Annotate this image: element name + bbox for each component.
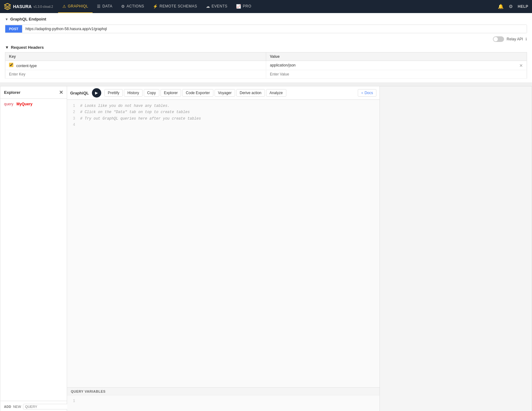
graphiql-nav-icon: ⚠ [62, 4, 66, 9]
editor-line-3: 3 # Try out GraphQL queries here after y… [70, 116, 376, 122]
request-headers-label: Request Headers [11, 45, 44, 50]
new-query-input[interactable] [23, 404, 70, 409]
graphiql-toolbar: GraphiQL ▶ Prettify History Copy Explore… [67, 86, 380, 100]
endpoint-chevron-icon: ▼ [5, 17, 8, 21]
editor-line-1: 1 # Looks like you do not have any table… [70, 103, 376, 109]
key-column-header: Key [5, 53, 266, 61]
explorer-header: Explorer ✕ [0, 86, 67, 99]
explorer-close-button[interactable]: ✕ [59, 89, 63, 95]
header-delete-icon[interactable]: ✕ [519, 63, 523, 68]
top-nav: HASURA v1.3.0-cloud.2 ⚠ GRAPHIQL ☰ DATA … [0, 0, 532, 13]
header-value-text: application/json [270, 63, 296, 67]
endpoint-section-title: GraphQL Endpoint [10, 17, 46, 21]
query-variables-header[interactable]: QUERY VARIABLES [67, 388, 380, 395]
endpoint-method: POST [5, 25, 22, 33]
nav-item-actions[interactable]: ⚙ ACTIONS [117, 0, 148, 13]
headers-chevron-icon: ▼ [5, 45, 9, 50]
add-label: ADD [4, 405, 11, 409]
explorer-body: query MyQuery [0, 99, 67, 401]
voyager-button[interactable]: Voyager [215, 89, 235, 97]
explorer-button[interactable]: Explorer [161, 89, 181, 97]
toggle-knob [493, 37, 498, 41]
app-version: v1.3.0-cloud.2 [34, 5, 53, 8]
line-number: 4 [70, 122, 75, 128]
relay-row: Relay API ℹ [5, 36, 527, 42]
graphiql-main: GraphiQL ▶ Prettify History Copy Explore… [67, 86, 380, 411]
settings-icon[interactable]: ⚙ [509, 4, 513, 9]
prettify-button[interactable]: Prettify [104, 89, 123, 97]
explorer-title: Explorer [4, 90, 20, 95]
query-editor[interactable]: 1 # Looks like you do not have any table… [67, 100, 380, 387]
headers-table-header-row: Key Value [5, 53, 527, 61]
editor-line-4: 4 [70, 122, 376, 128]
table-row: content-type application/json ✕ [5, 61, 527, 70]
query-name[interactable]: MyQuery [16, 102, 32, 106]
header-key-value: content-type [16, 64, 37, 68]
relay-label: Relay API [507, 37, 523, 41]
editor-line-2: 2 # Click on the "Data" tab on top to cr… [70, 109, 376, 115]
endpoint-row: POST https://adapting-python-58.hasura.a… [5, 25, 527, 33]
graphiql-container: Explorer ✕ query MyQuery ADD NEW ◀ + Gra… [0, 86, 532, 411]
explorer-panel: Explorer ✕ query MyQuery ADD NEW ◀ + [0, 86, 67, 411]
derive-action-button[interactable]: Derive action [236, 89, 265, 97]
key-cell: content-type [5, 61, 266, 70]
app-name: HASURA [13, 4, 32, 9]
nav-item-graphiql[interactable]: ⚠ GRAPHIQL [58, 0, 93, 13]
line-content: # Try out GraphQL queries here after you… [80, 116, 201, 122]
line-number: 3 [70, 116, 75, 122]
value-input[interactable] [270, 72, 523, 76]
relay-info-icon[interactable]: ℹ [525, 37, 527, 41]
variable-line-1: 1 [70, 398, 376, 404]
relay-toggle[interactable] [493, 36, 504, 42]
copy-button[interactable]: Copy [144, 89, 159, 97]
explorer-query: query MyQuery [4, 102, 63, 106]
events-nav-icon: ☁ [206, 4, 210, 9]
actions-nav-icon: ⚙ [121, 4, 125, 9]
nav-item-remote-schemas[interactable]: ⚡ REMOTE SCHEMAS [148, 0, 202, 13]
key-input-cell [5, 70, 266, 79]
line-content: # Looks like you do not have any tables. [80, 103, 170, 109]
line-number: 2 [70, 109, 75, 115]
line-content: # Click on the "Data" tab on top to crea… [80, 109, 190, 115]
explorer-footer: ADD NEW ◀ + [0, 401, 67, 411]
logo: HASURA v1.3.0-cloud.2 [4, 3, 53, 10]
analyze-button[interactable]: Analyze [266, 89, 286, 97]
nav-items: ⚠ GRAPHIQL ☰ DATA ⚙ ACTIONS ⚡ REMOTE SCH… [58, 0, 498, 13]
query-keyword: query [4, 102, 13, 106]
new-label: NEW [13, 405, 21, 409]
data-nav-icon: ☰ [97, 4, 101, 9]
help-button[interactable]: HELP [518, 4, 528, 9]
code-exporter-button[interactable]: Code Exporter [182, 89, 213, 97]
remote-schemas-nav-icon: ⚡ [153, 4, 158, 9]
docs-button[interactable]: < Docs [358, 89, 376, 97]
nav-item-pro[interactable]: 📈 PRO [232, 0, 256, 13]
value-cell: application/json ✕ [266, 61, 527, 70]
docs-label: Docs [365, 91, 373, 95]
nav-right: 🔔 ⚙ HELP [498, 4, 528, 9]
key-input[interactable] [9, 72, 262, 76]
query-variables-section: QUERY VARIABLES 1 [67, 387, 380, 411]
nav-item-data[interactable]: ☰ DATA [93, 0, 117, 13]
headers-table: Key Value content-type application/json … [5, 52, 527, 79]
main-content: ▼ GraphQL Endpoint POST https://adapting… [0, 13, 532, 82]
bell-icon[interactable]: 🔔 [498, 4, 504, 9]
endpoint-section-header[interactable]: ▼ GraphQL Endpoint [5, 17, 527, 21]
docs-chevron-icon: < [361, 91, 363, 95]
run-button[interactable]: ▶ [92, 88, 101, 98]
pro-nav-icon: 📈 [236, 4, 241, 9]
line-number: 1 [70, 103, 75, 109]
query-variables-body[interactable]: 1 [67, 395, 380, 407]
graphiql-editors: 1 # Looks like you do not have any table… [67, 100, 380, 411]
result-panel [380, 86, 532, 411]
graphiql-label: GraphiQL [70, 91, 89, 95]
history-button[interactable]: History [124, 89, 142, 97]
header-enabled-checkbox[interactable] [9, 63, 13, 67]
endpoint-url: https://adapting-python-58.hasura.app/v1… [22, 25, 527, 33]
value-input-cell [266, 70, 527, 79]
request-headers-title[interactable]: ▼ Request Headers [5, 45, 527, 50]
line-number: 1 [70, 398, 75, 404]
value-column-header: Value [266, 53, 527, 61]
request-headers-section: ▼ Request Headers Key Value content-type… [5, 45, 527, 79]
nav-item-events[interactable]: ☁ EVENTS [202, 0, 232, 13]
header-input-row [5, 70, 527, 79]
